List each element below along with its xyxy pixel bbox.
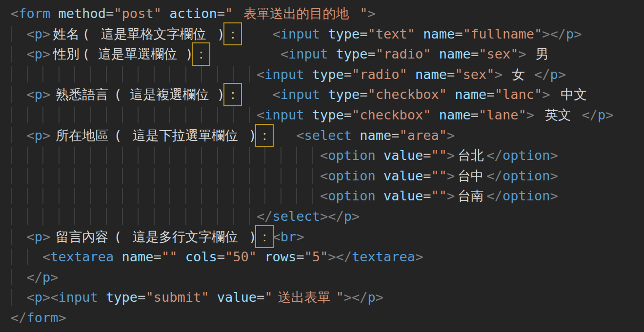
code-line-16[interactable]: </form>: [11, 308, 644, 328]
cjk-text-run: 中文: [558, 84, 590, 105]
token-tag: input: [281, 24, 320, 44]
code-line-5[interactable]: <p>熟悉語言(這是複選欄位)：<inputtype="checkbox"nam…: [11, 84, 644, 105]
token-pun: <: [27, 227, 35, 247]
unicode-highlight-colon: ：: [225, 24, 241, 44]
cjk-text-run: 這是單選欄位: [90, 44, 185, 64]
token-attr: name: [423, 24, 455, 44]
token-eq: =: [471, 105, 479, 125]
token-tag: option: [503, 186, 550, 206]
unicode-highlight-colon: ：: [225, 84, 241, 105]
token-tag: form: [27, 308, 59, 328]
indent-guides: [11, 145, 320, 166]
token-eq: =: [471, 44, 479, 64]
token-pun: <: [296, 125, 304, 146]
token-attr: name: [439, 105, 471, 125]
indent-guides: [11, 186, 320, 206]
token-pun: >: [518, 44, 526, 64]
token-eq: =: [447, 64, 455, 85]
token-tag: p: [35, 125, 42, 146]
token-pun: ></: [344, 287, 368, 308]
cjk-text-run: 台中: [455, 166, 486, 186]
token-str: "50": [225, 247, 257, 267]
token-pun: >: [50, 267, 58, 288]
token-pun: >: [526, 105, 534, 125]
token-eq: =: [423, 166, 431, 186]
token-str: "": [161, 247, 178, 267]
indent-guides: [11, 247, 42, 267]
cjk-text-run: 熟悉語言: [50, 84, 114, 105]
token-pun: >: [352, 206, 360, 227]
code-line-3[interactable]: <p>性別(這是單選欄位)：<inputtype="radio"name="se…: [11, 44, 644, 64]
token-tag: p: [35, 44, 42, 64]
token-eq: =: [344, 105, 352, 125]
token-tag: select: [304, 125, 352, 146]
indent-guides: [11, 267, 27, 288]
token-pun: >: [415, 247, 423, 267]
token-tag: p: [550, 64, 558, 85]
token-tag: p: [42, 267, 50, 288]
token-pun: <: [27, 44, 35, 64]
token-txt: 英文: [534, 105, 582, 125]
token-txt: 台中: [455, 166, 486, 186]
code-editor[interactable]: <formmethod="post"action="表單送出的目的地"><p>姓…: [0, 0, 644, 332]
token-pun: >: [495, 64, 503, 85]
code-line-13[interactable]: <textareaname=""cols="50"rows="5"></text…: [11, 247, 644, 267]
token-pun: <: [11, 3, 19, 24]
token-attr: action: [169, 3, 217, 24]
code-line-8[interactable]: <optionvalue="">台北</option>: [11, 145, 644, 166]
code-line-15[interactable]: <p><inputtype="submit"value="送出表單"></p>: [11, 287, 644, 308]
indent-guides: [11, 227, 27, 247]
indent-guides: [11, 64, 257, 85]
token-pun: >: [550, 186, 558, 206]
code-line-10[interactable]: <optionvalue="">台南</option>: [11, 186, 644, 206]
code-line-14[interactable]: </p>: [11, 267, 644, 288]
token-eq: =: [217, 247, 225, 267]
token-txt: 台南: [455, 186, 486, 206]
code-line-4[interactable]: <inputtype="radio"name="sex"> 女 </p>: [11, 64, 644, 85]
token-eq: =: [360, 84, 367, 105]
token-str: "送出表單": [264, 287, 344, 308]
token-str: "post": [114, 3, 161, 24]
code-line-2[interactable]: <p>姓名(這是單格文字欄位)：<inputtype="text"name="f…: [11, 24, 644, 44]
code-line-12[interactable]: <p>留言內容(這是多行文字欄位)：<br>: [11, 227, 644, 247]
code-line-9[interactable]: <optionvalue="">台中</option>: [11, 166, 644, 186]
token-txt: 男: [526, 44, 550, 64]
token-str: "": [431, 186, 447, 206]
token-pun: >: [447, 125, 455, 146]
token-pun: <: [27, 125, 35, 146]
token-eq: =: [360, 24, 367, 44]
token-pun: >: [42, 44, 50, 64]
indent-guides: [11, 24, 27, 44]
token-txt: 女: [503, 64, 534, 85]
cjk-text-run: 性別: [50, 44, 82, 64]
token-attr: cols: [185, 247, 217, 267]
token-eq: =: [423, 186, 431, 206]
unicode-highlight-colon: ：: [193, 44, 209, 64]
token-str: "checkbox": [352, 105, 431, 125]
token-attr: name: [415, 64, 447, 85]
token-pun: ></: [542, 24, 566, 44]
token-eq: =: [368, 44, 376, 64]
cjk-text-run: 這是複選欄位: [122, 84, 217, 105]
cjk-text-run: 女: [510, 64, 526, 85]
cjk-text-run: 所在地區: [50, 125, 114, 146]
token-pun: <: [42, 247, 50, 267]
token-eq: =: [423, 145, 431, 166]
token-pun: <: [27, 84, 35, 105]
token-attr: type: [312, 105, 344, 125]
code-line-6[interactable]: <inputtype="checkbox"name="lane"> 英文 </p…: [11, 105, 644, 125]
code-line-1[interactable]: <formmethod="post"action="表單送出的目的地">: [11, 3, 644, 24]
token-pun: ><: [42, 287, 59, 308]
token-pun: >: [550, 166, 558, 186]
cjk-text-run: 留言內容: [50, 227, 114, 247]
token-tag: input: [281, 84, 320, 105]
unicode-highlight-colon: ：: [257, 125, 273, 146]
token-tag: p: [344, 206, 352, 227]
code-line-7[interactable]: <p>所在地區(這是下拉選單欄位)：<selectname="area">: [11, 125, 644, 146]
token-str: "表單送出的目的地": [225, 3, 368, 24]
token-pun: >: [542, 84, 550, 105]
token-pun: >: [42, 84, 50, 105]
token-str: "radio": [376, 44, 431, 64]
code-line-11[interactable]: </select></p>: [11, 206, 644, 227]
token-eq: =: [455, 24, 463, 44]
